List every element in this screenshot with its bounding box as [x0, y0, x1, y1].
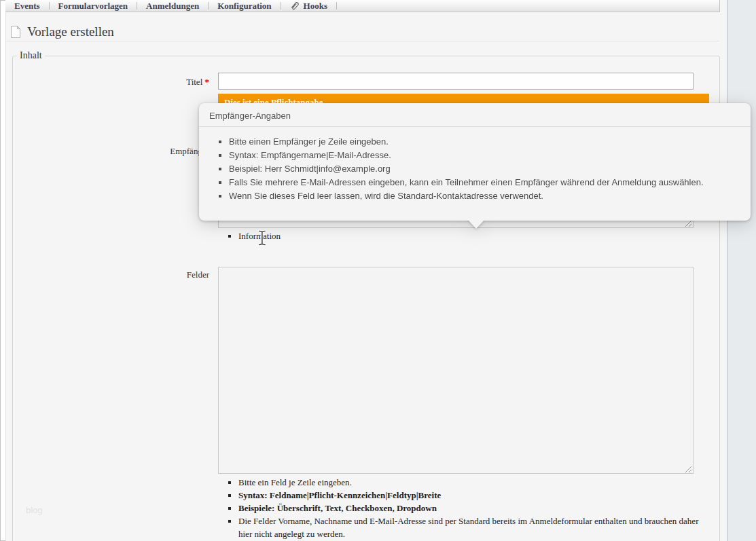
- page-header: Vorlage erstellen: [10, 24, 114, 39]
- tooltip-title: Empfänger-Angaben: [199, 103, 751, 127]
- tooltip-item: Bitte einen Empfänger je Zeile eingeben.: [229, 135, 738, 149]
- tooltip-item: Wenn Sie dieses Feld leer lassen, wird d…: [229, 189, 738, 203]
- titel-input[interactable]: [218, 73, 694, 90]
- resize-grip-icon[interactable]: [685, 466, 692, 473]
- top-nav-tabbar: Events Formularvorlagen Anmeldungen Konf…: [5, 0, 720, 12]
- tab-divider: [336, 2, 337, 10]
- tab-hooks[interactable]: Hooks: [281, 1, 336, 12]
- tab-konfiguration-label: Konfiguration: [217, 1, 271, 12]
- tab-anmeldungen-label: Anmeldungen: [146, 1, 199, 12]
- watermark-text: blog: [26, 505, 43, 515]
- felder-hint-item: Beispiele: Überschrift, Text, Checkboxen…: [238, 502, 708, 515]
- resize-grip-icon[interactable]: [685, 220, 692, 227]
- felder-hint-item: Bitte ein Feld je Zeile eingeben.: [238, 476, 708, 489]
- right-side-panel: [727, 0, 756, 541]
- document-icon: [10, 25, 22, 39]
- felder-hint-item: Die Felder Vorname, Nachname und E-Mail-…: [238, 515, 708, 540]
- empfaenger-tooltip: Empfänger-Angaben Bitte einen Empfänger …: [199, 103, 751, 221]
- felder-label: Felder: [12, 269, 209, 280]
- tooltip-item: Beispiel: Herr Schmidt|info@example.org: [229, 162, 738, 176]
- felder-hint-list: Bitte ein Feld je Zeile eingeben. Syntax…: [229, 476, 708, 540]
- tab-anmeldungen[interactable]: Anmeldungen: [137, 1, 208, 12]
- required-marker: *: [205, 77, 210, 87]
- tab-konfiguration[interactable]: Konfiguration: [209, 1, 280, 12]
- tab-events[interactable]: Events: [5, 1, 49, 12]
- app-window: Events Formularvorlagen Anmeldungen Konf…: [0, 0, 756, 541]
- page-title: Vorlage erstellen: [27, 24, 114, 39]
- paperclip-icon: [290, 1, 300, 11]
- felder-textarea[interactable]: [218, 267, 694, 474]
- fieldset-legend: Inhalt: [17, 50, 45, 61]
- tab-formularvorlagen[interactable]: Formularvorlagen: [50, 1, 137, 12]
- header-divider: [5, 41, 719, 41]
- empfaenger-hint-list: Information: [229, 229, 281, 242]
- tooltip-item: Falls Sie mehrere E-Mail-Adressen eingeb…: [229, 176, 738, 189]
- titel-label: Titel *: [12, 77, 209, 88]
- tab-formularvorlagen-label: Formularvorlagen: [58, 1, 128, 12]
- text-cursor-icon: [257, 229, 268, 246]
- tooltip-item: Syntax: Empfängername|E-Mail-Adresse.: [229, 149, 738, 162]
- felder-hint-item: Syntax: Feldname|Pflicht-Kennzeichen|Fel…: [238, 489, 708, 502]
- tab-hooks-label: Hooks: [304, 1, 327, 12]
- titel-label-text: Titel: [186, 77, 202, 87]
- tab-events-label: Events: [14, 1, 40, 12]
- tooltip-item-list: Bitte einen Empfänger je Zeile eingeben.…: [199, 135, 738, 203]
- empfaenger-label: Empfänger: [12, 146, 209, 157]
